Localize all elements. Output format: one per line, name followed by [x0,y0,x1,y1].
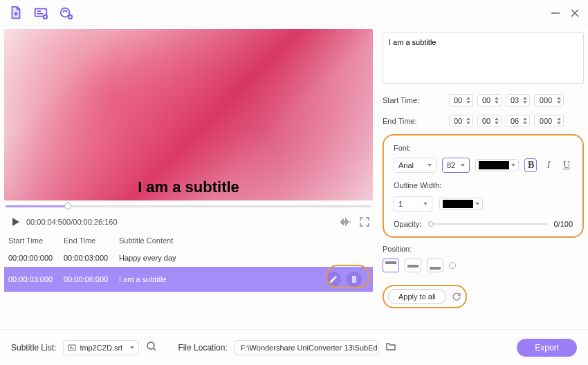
col-header-start: Start Time [8,236,64,245]
font-family-select[interactable]: Arial [394,158,437,173]
position-bottom-button[interactable] [427,259,443,272]
end-mm-spinner[interactable]: 00 [477,115,502,127]
reset-icon[interactable] [452,292,461,301]
font-settings-group: Font: Arial 82 B I U Outline Width: 1 Op… [383,134,584,238]
end-ss-spinner[interactable]: 06 [506,115,530,127]
font-color-picker[interactable] [475,159,519,171]
auto-subtitle-icon[interactable] [58,6,73,21]
position-label: Position: [383,245,584,253]
file-location-label: File Location: [178,343,227,353]
outline-color-picker[interactable] [439,198,483,210]
video-preview[interactable]: I am a subtitle [4,29,373,200]
browse-folder-icon[interactable] [385,341,396,354]
waveform-icon[interactable] [340,216,351,227]
table-row[interactable]: 00:00:03:000 00:00:06:000 I am a subtitl… [4,267,373,292]
opacity-label: Opacity: [394,220,421,228]
opacity-value: 0/100 [553,220,573,228]
svg-rect-4 [68,345,75,350]
underline-button[interactable]: U [560,160,573,171]
subtitle-text-input[interactable] [383,32,584,84]
outline-width-select[interactable]: 1 [394,196,432,212]
end-ms-spinner[interactable]: 000 [534,115,564,127]
table-row[interactable]: 00:00:00:000 00:00:03:000 Happy every da… [4,249,373,267]
add-subtitle-block-icon[interactable] [33,6,48,21]
top-toolbar [0,0,588,26]
add-file-icon[interactable] [8,6,24,21]
start-ss-spinner[interactable]: 03 [506,94,530,106]
edit-subtitle-icon[interactable] [326,272,341,287]
font-size-select[interactable]: 82 [442,158,470,173]
position-middle-button[interactable] [405,259,421,272]
end-time-group: 00 00 06 000 [449,115,564,127]
apply-to-all-button[interactable]: Apply to all [388,289,446,304]
video-progress-slider[interactable] [6,203,371,209]
outline-width-label: Outline Width: [394,181,573,189]
close-button[interactable] [570,8,580,18]
minimize-button[interactable] [551,8,560,18]
subtitle-table: Start Time End Time Subtitle Content 00:… [4,232,373,292]
export-button[interactable]: Export [517,339,577,357]
svg-point-5 [147,342,154,349]
end-hh-spinner[interactable]: 00 [449,115,473,127]
start-hh-spinner[interactable]: 00 [449,94,473,106]
font-label: Font: [394,144,573,152]
delete-subtitle-icon[interactable] [347,272,362,287]
play-button[interactable] [12,218,19,226]
end-time-label: End Time: [383,117,449,125]
fullscreen-icon[interactable] [359,216,370,227]
search-subtitle-icon[interactable] [146,341,157,354]
italic-button[interactable]: I [542,160,555,171]
start-time-group: 00 00 03 000 [449,94,564,106]
subtitle-list-label: Subtitle List: [11,343,56,353]
file-location-field[interactable]: F:\Wondershare UniConverter 13\SubEdi [235,340,378,355]
opacity-slider[interactable] [428,221,546,227]
start-time-label: Start Time: [383,96,449,104]
video-caption-overlay: I am a subtitle [138,178,239,196]
subtitle-list-select[interactable]: tmp2C2D.srt [63,340,139,355]
col-header-content: Subtitle Content [119,236,369,245]
bold-button[interactable]: B [524,158,537,172]
position-custom-radio[interactable] [449,262,456,269]
col-header-end: End Time [64,236,119,245]
bottom-bar: Subtitle List: tmp2C2D.srt File Location… [0,329,588,365]
timecode-label: 00:00:04:500/00:00:26:160 [26,218,118,226]
position-top-button[interactable] [383,259,399,272]
start-mm-spinner[interactable]: 00 [477,94,502,106]
start-ms-spinner[interactable]: 000 [534,94,564,106]
